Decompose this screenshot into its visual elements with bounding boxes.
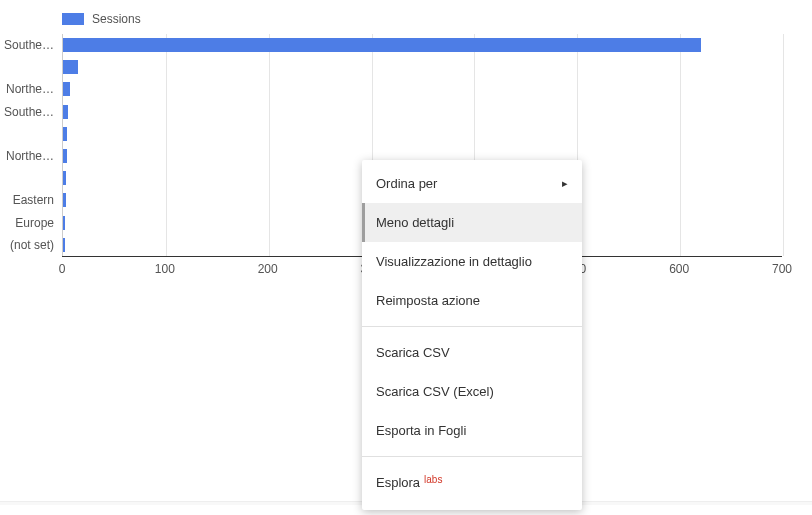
- y-tick-label: Europe: [0, 212, 54, 234]
- y-tick-label: [0, 167, 54, 189]
- y-axis-labels: Southe…Northe…Southe…Northe…EasternEurop…: [0, 34, 58, 256]
- legend-swatch: [62, 13, 84, 25]
- bar[interactable]: [63, 105, 68, 119]
- y-tick-label: (not set): [0, 234, 54, 256]
- y-tick-label: Southe…: [0, 101, 54, 123]
- bar[interactable]: [63, 127, 67, 141]
- menu-item-reset-action[interactable]: Reimposta azione: [362, 281, 582, 320]
- x-tick-label: 600: [669, 262, 689, 276]
- x-tick-label: 200: [258, 262, 278, 276]
- menu-item-download-csv-excel[interactable]: Scarica CSV (Excel): [362, 372, 582, 411]
- menu-item-label: Meno dettagli: [376, 215, 454, 230]
- menu-item-drill-down[interactable]: Visualizzazione in dettaglio: [362, 242, 582, 281]
- y-tick-label: Northe…: [0, 145, 54, 167]
- bar-band: [63, 34, 782, 56]
- grid-line: [783, 34, 784, 256]
- menu-item-label: Esploralabs: [376, 475, 442, 490]
- labs-badge: labs: [424, 474, 442, 485]
- bar-band: [63, 56, 782, 78]
- menu-item-label: Scarica CSV (Excel): [376, 384, 494, 399]
- y-tick-label: Southe…: [0, 34, 54, 56]
- bar[interactable]: [63, 38, 701, 52]
- y-tick-label: [0, 123, 54, 145]
- bar[interactable]: [63, 60, 78, 74]
- bar[interactable]: [63, 82, 70, 96]
- bar-band: [63, 78, 782, 100]
- bar-band: [63, 101, 782, 123]
- menu-item-less-detail[interactable]: Meno dettagli: [362, 203, 582, 242]
- menu-item-label: Ordina per: [376, 176, 437, 191]
- menu-item-label: Reimposta azione: [376, 293, 480, 308]
- y-tick-label: Northe…: [0, 78, 54, 100]
- chart-context-menu: Ordina per ▸ Meno dettagli Visualizzazio…: [362, 160, 582, 510]
- menu-item-label: Scarica CSV: [376, 345, 450, 360]
- bar[interactable]: [63, 216, 65, 230]
- menu-item-sort-by[interactable]: Ordina per ▸: [362, 164, 582, 203]
- menu-item-explore[interactable]: Esploralabs: [362, 463, 582, 502]
- submenu-arrow-icon: ▸: [562, 177, 568, 190]
- x-tick-label: 0: [59, 262, 66, 276]
- y-tick-label: Eastern: [0, 189, 54, 211]
- y-tick-label: [0, 56, 54, 78]
- menu-item-export-sheets[interactable]: Esporta in Fogli: [362, 411, 582, 450]
- menu-item-label: Esporta in Fogli: [376, 423, 466, 438]
- menu-item-label: Visualizzazione in dettaglio: [376, 254, 532, 269]
- menu-separator: [362, 326, 582, 327]
- legend-label: Sessions: [92, 12, 141, 26]
- bar[interactable]: [63, 193, 66, 207]
- bar[interactable]: [63, 238, 65, 252]
- x-tick-label: 100: [155, 262, 175, 276]
- bar[interactable]: [63, 149, 67, 163]
- menu-separator: [362, 456, 582, 457]
- bar[interactable]: [63, 171, 66, 185]
- bar-band: [63, 123, 782, 145]
- sessions-bar-chart: Sessions Southe…Northe…Southe…Northe…Eas…: [0, 0, 812, 515]
- x-tick-label: 700: [772, 262, 792, 276]
- menu-item-download-csv[interactable]: Scarica CSV: [362, 333, 582, 372]
- chart-legend: Sessions: [62, 12, 812, 26]
